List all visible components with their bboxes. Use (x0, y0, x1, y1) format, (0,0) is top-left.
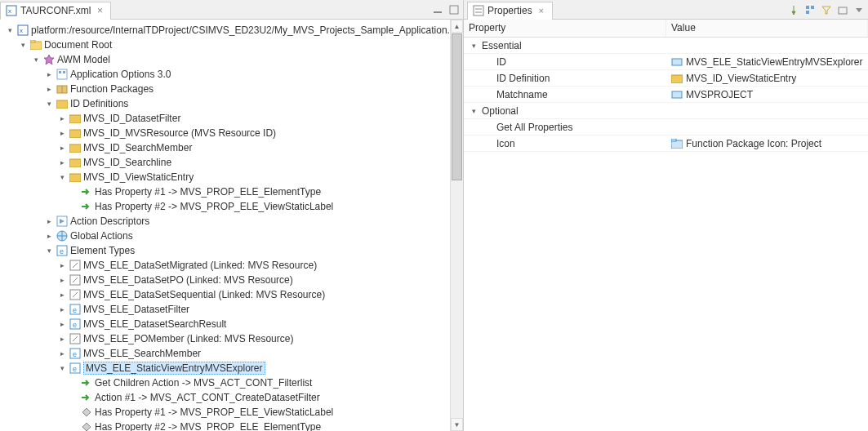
tree-row[interactable]: ▸MVS_ELE_DataSetPO (Linked: MVS Resource… (3, 273, 463, 287)
expand-icon[interactable]: ▾ (57, 363, 67, 373)
expand-icon[interactable]: ▾ (5, 25, 15, 35)
tree-row[interactable]: ▸eMVS_ELE_DatasetSearchResult (3, 317, 463, 331)
maximize-icon[interactable] (448, 4, 460, 16)
collapse-icon[interactable]: ▸ (57, 143, 67, 153)
tree-label: Document Root (44, 39, 112, 51)
collapse-icon[interactable]: ▸ (44, 84, 54, 94)
tree-row[interactable]: ▸MVS_ID_Searchline (3, 155, 463, 170)
svg-text:x: x (8, 7, 11, 15)
property-group-essential[interactable]: ▾Essential (464, 38, 868, 54)
collapse-icon[interactable]: ▸ (44, 231, 54, 241)
tree-row[interactable]: Has Property #2 -> MVS_PROP_ELE_ViewStat… (3, 199, 463, 214)
tree-row-doc-root[interactable]: ▾ Document Root (3, 38, 463, 52)
tree-row[interactable]: Action #1 -> MVS_ACT_CONT_CreateDatasetF… (3, 390, 463, 405)
tree-label: MVS_ELE_StaticViewEntryMVSExplorer (83, 362, 265, 375)
collapse-icon[interactable]: ▸ (57, 319, 67, 329)
svg-rect-44 (839, 7, 847, 14)
collapse-icon[interactable]: ▸ (57, 128, 67, 138)
column-value[interactable]: Value (666, 20, 868, 37)
collapse-icon[interactable]: ▸ (57, 304, 67, 314)
svg-rect-14 (56, 100, 68, 109)
properties-tab[interactable]: Properties × (467, 2, 553, 20)
element-types-icon: e (56, 244, 69, 257)
tree-row[interactable]: ▸MVS_ELE_POMember (Linked: MVS Resource) (3, 331, 463, 346)
property-row-matchname[interactable]: Matchname MVSPROJECT (464, 87, 868, 103)
tree-row-ele-staticview[interactable]: ▾eMVS_ELE_StaticViewEntryMVSExplorer (3, 361, 463, 375)
tree-row-id-viewstatic[interactable]: ▾MVS_ID_ViewStaticEntry (3, 170, 463, 184)
restore-defaults-icon[interactable] (837, 4, 848, 16)
minimize-icon[interactable] (432, 4, 443, 16)
diamond-icon (80, 406, 93, 419)
model-tree[interactable]: ▾ x platform:/resource/InternalTDProject… (0, 20, 463, 431)
filter-icon[interactable] (821, 4, 832, 16)
svg-rect-42 (811, 6, 814, 9)
scroll-thumb[interactable] (452, 33, 462, 180)
expand-icon[interactable]: ▾ (18, 40, 28, 50)
collapse-icon[interactable]: ▸ (44, 216, 54, 226)
menu-icon[interactable] (853, 4, 865, 16)
collapse-icon[interactable]: ▸ (57, 275, 67, 285)
collapse-icon[interactable]: ▸ (57, 334, 67, 344)
close-icon[interactable]: × (94, 5, 105, 16)
scroll-track[interactable] (451, 181, 463, 418)
expand-icon[interactable]: ▾ (44, 246, 54, 255)
svg-rect-17 (69, 144, 81, 153)
collapse-icon[interactable]: ▸ (57, 260, 67, 270)
tree-label: MVS_ID_Searchline (83, 157, 171, 168)
scroll-down-icon[interactable]: ▼ (451, 418, 463, 431)
property-row-iddef[interactable]: ID Definition MVS_ID_ViewStaticEntry (464, 70, 868, 87)
column-property[interactable]: Property (464, 20, 666, 37)
tree-row[interactable]: ▸eMVS_ELE_DatasetFilter (3, 302, 463, 317)
property-row-getall[interactable]: Get All Properties (464, 119, 868, 136)
svg-text:e: e (73, 306, 77, 314)
property-group-optional[interactable]: ▾Optional (464, 103, 868, 119)
collapse-icon[interactable]: ▸ (57, 113, 67, 123)
tree-row[interactable]: Has Property #1 -> MVS_PROP_ELE_ElementT… (3, 184, 463, 199)
tree-row-app-options[interactable]: ▸ Application Options 3.0 (3, 67, 463, 82)
collapse-icon[interactable]: ▸ (44, 69, 54, 79)
scroll-up-icon[interactable]: ▲ (451, 20, 463, 33)
property-row-icon[interactable]: Icon Function Package Icon: Project (464, 136, 868, 152)
collapse-icon[interactable]: ▸ (57, 290, 67, 300)
tree-row-id-definitions[interactable]: ▾ ID Definitions (3, 96, 463, 111)
id-icon (69, 127, 82, 140)
expand-icon[interactable]: ▾ (57, 172, 67, 182)
tree-row[interactable]: ▸MVS_ID_MVSResource (MVS Resource ID) (3, 126, 463, 140)
tree-label: Function Packages (70, 83, 154, 95)
expand-icon[interactable]: ▾ (469, 42, 479, 50)
editor-tab-taurconf[interactable]: x TAURCONF.xml × (0, 2, 111, 20)
tree-row-func-packages[interactable]: ▸ Function Packages (3, 82, 463, 96)
expand-icon[interactable]: ▾ (469, 107, 479, 115)
tree-row-action-descriptors[interactable]: ▸Action Descriptors (3, 214, 463, 229)
package-icon (56, 82, 69, 96)
tree-row[interactable]: ▸MVS_ELE_DataSetSequential (Linked: MVS … (3, 287, 463, 302)
collapse-icon[interactable]: ▸ (57, 158, 67, 167)
tree-label: Element Types (70, 245, 135, 256)
tree-row[interactable]: ▸MVS_ELE_DataSetMigrated (Linked: MVS Re… (3, 258, 463, 273)
tree-row[interactable]: Get Children Action -> MVS_ACT_CONT_Filt… (3, 375, 463, 390)
id-icon (69, 141, 82, 154)
tree-row[interactable]: Has Property #1 -> MVS_PROP_ELE_ViewStat… (3, 405, 463, 420)
tree-row-element-types[interactable]: ▾eElement Types (3, 243, 463, 258)
tree-row[interactable]: Has Property #2 -> MVS_PROP_ELE_ElementT… (3, 420, 463, 431)
collapse-icon[interactable]: ▸ (57, 349, 67, 358)
expand-icon[interactable]: ▾ (44, 99, 54, 109)
close-icon[interactable]: × (536, 5, 547, 16)
tree-row[interactable]: ▸MVS_ID_SearchMember (3, 140, 463, 155)
svg-rect-7 (30, 40, 35, 42)
svg-rect-49 (671, 139, 676, 141)
element-icon: e (69, 303, 82, 316)
tree-row-awm-model[interactable]: ▾ AWM Model (3, 52, 463, 67)
property-row-id[interactable]: ID MVS_ELE_StaticViewEntryMVSExplorer (464, 54, 868, 70)
vertical-scrollbar[interactable]: ▲ ▼ (450, 20, 463, 431)
tree-row-global-actions[interactable]: ▸Global Actions (3, 229, 463, 243)
tree-row[interactable]: ▸eMVS_ELE_SearchMember (3, 346, 463, 361)
group-label: Essential (482, 40, 522, 51)
categories-icon[interactable] (804, 4, 816, 16)
action-icon (56, 215, 69, 228)
tree-row[interactable]: ▸MVS_ID_DatasetFilter (3, 111, 463, 126)
expand-icon[interactable]: ▾ (31, 55, 41, 64)
pin-icon[interactable] (788, 4, 799, 16)
tree-row-resource[interactable]: ▾ x platform:/resource/InternalTDProject… (3, 23, 463, 38)
tree-label: Get Children Action -> MVS_ACT_CONT_Filt… (95, 377, 312, 389)
